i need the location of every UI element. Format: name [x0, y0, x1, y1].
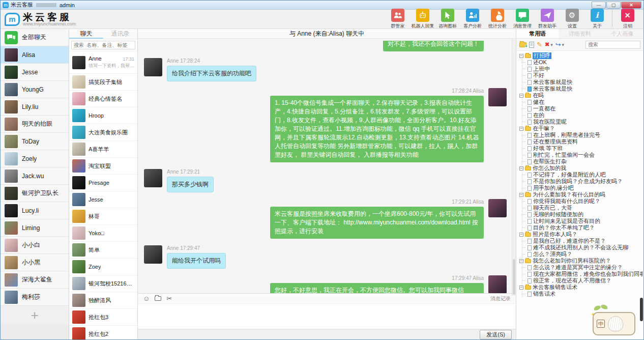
phrase-item[interactable]: 难不成我还找用别人的？不会这么无聊 [522, 244, 642, 251]
tab-profile[interactable]: 个人画像 [601, 29, 643, 38]
phrase-folder[interactable]: −打招呼 [519, 52, 642, 59]
toolbar-button-robot[interactable]: 机器人回复 [411, 9, 434, 30]
caret-down-icon[interactable]: ▾ [562, 42, 565, 47]
tab-chats[interactable]: 聊天 [69, 29, 103, 39]
message-input[interactable] [138, 304, 516, 327]
tab-details[interactable]: 详细资料 [559, 29, 601, 38]
phrase-item[interactable]: 在的 [522, 112, 642, 119]
phrase-item[interactable]: 不好 [522, 72, 642, 79]
contact-item[interactable]: 梅利莎 [1, 289, 69, 306]
phrase-item[interactable]: 健在 [522, 99, 642, 105]
send-button[interactable]: 发送(S) [480, 330, 512, 339]
message-history-link[interactable]: 消息记录 [490, 295, 511, 302]
phrase-folder[interactable]: −我怎么老加到你们男科医院的？ [519, 258, 642, 264]
phrase-item[interactable]: 无聊的时候随便加的 [522, 211, 642, 218]
contact-item[interactable]: Lily.liu [1, 98, 69, 116]
emoji-icon[interactable]: ☺ [143, 295, 150, 303]
list-item[interactable]: Yoko□ [69, 225, 137, 242]
toolbar-button-chat-bubble[interactable]: 消息管理 [510, 9, 534, 30]
close-button[interactable]: ✕ [621, 2, 641, 9]
list-item[interactable]: 林哥 [69, 208, 137, 225]
phrase-item[interactable]: 目的？你太不单纯了吧？ [522, 224, 642, 231]
toolbar-button-paper-plane[interactable]: 群发助手 [535, 9, 559, 30]
toolbar-button-info[interactable]: i关于 [585, 9, 609, 30]
contact-item[interactable]: Jesse [1, 64, 69, 81]
phrase-folder[interactable]: −米云客服销售话术 [519, 284, 642, 291]
collapse-icon[interactable]: − [519, 193, 523, 197]
minimize-button[interactable]: — [592, 2, 606, 9]
collapse-icon[interactable]: − [519, 259, 523, 263]
list-item[interactable]: Anne17:31填写一下资料，我帮你... [69, 51, 137, 74]
list-item[interactable]: 银河驾校15216689076 [69, 275, 137, 292]
toolbar-button-logout[interactable]: ✕注销 [616, 9, 639, 30]
contact-item[interactable]: ToDay [1, 133, 69, 150]
phrase-item[interactable]: 一直都在 [522, 105, 642, 112]
copy-icon[interactable] [529, 42, 534, 48]
contact-item[interactable]: Zoely [1, 150, 69, 167]
phrase-folder[interactable]: −在干嘛？ [519, 125, 642, 132]
tab-common-phrases[interactable]: 常用语 [516, 29, 559, 38]
caret-down-icon[interactable]: ▾ [550, 42, 553, 47]
phrase-item[interactable]: 聊天而已，大哥 [522, 205, 642, 211]
phrase-item[interactable]: 是我自己好，难道你的不是？ [522, 238, 642, 244]
sidebar-item-all-chats[interactable]: 全部聊天 [1, 29, 69, 46]
contact-item[interactable]: 银河护卫队长 [1, 185, 69, 202]
list-item[interactable]: 淘宝联盟 [69, 158, 137, 175]
list-item[interactable]: 大连美食娱乐圈 [69, 124, 137, 141]
contact-item[interactable]: Lucy.li [1, 202, 69, 219]
phrase-folder[interactable]: −你怎么加的我 [519, 165, 642, 172]
phrase-item[interactable]: 还OK [522, 59, 642, 66]
file-icon[interactable] [155, 296, 161, 301]
toolbar-button-group[interactable]: 群管家 [386, 9, 409, 30]
maximize-button[interactable]: ▢ [606, 2, 621, 9]
collapse-icon[interactable]: − [519, 166, 523, 171]
collapse-icon[interactable]: − [519, 54, 523, 58]
move-icon[interactable]: ↪ [555, 41, 561, 48]
add-account-button[interactable]: + [1, 306, 69, 324]
add-folder-icon[interactable]: + [519, 42, 526, 47]
phrase-item[interactable]: 在上班啊，刚帮患者挂完号 [522, 132, 642, 138]
list-item[interactable]: A喜羊羊 [69, 141, 137, 158]
phrase-item[interactable]: 怎么说？难道是冥冥中注定的缘分？ [522, 264, 642, 271]
phrase-item[interactable]: 好饿 等下班 [522, 145, 642, 152]
delete-icon[interactable]: ✖ [545, 41, 549, 48]
contact-item[interactable]: 小小白 [1, 237, 69, 254]
phrase-item[interactable]: 怎么？漂亮吗？ [522, 251, 642, 258]
phrase-item[interactable]: 你觉得我能有什么目的呢？ [522, 198, 642, 205]
screenshot-scissors-icon[interactable]: ✂ [166, 295, 172, 303]
edit-icon[interactable]: ✎ [537, 41, 542, 48]
collapse-icon[interactable]: − [519, 286, 523, 290]
contact-item[interactable]: 小小黑 [1, 254, 69, 271]
toolbar-button-pie-chart[interactable]: 统计分析 [485, 9, 509, 30]
phrase-folder[interactable]: −在吗 [519, 92, 642, 99]
toolbar-button-cursor[interactable]: 咨询图标 [435, 9, 459, 30]
phrase-item[interactable]: 不记得了，好像是附近的人吧 [522, 172, 642, 178]
phrase-item[interactable]: 让时间来见证我是否有目的 [522, 218, 642, 224]
list-item[interactable]: Zoey [69, 259, 137, 275]
toolbar-button-gear[interactable]: ⚙设置 [560, 9, 584, 30]
chat-scrollbar[interactable] [512, 39, 516, 296]
list-item[interactable]: 抢红包3 [69, 309, 137, 326]
list-item[interactable]: Presage [69, 175, 137, 191]
contact-item[interactable]: 明天的抬眼 [1, 116, 69, 133]
phrase-item[interactable]: 米云客服就是快 [522, 86, 642, 92]
contact-item[interactable]: YoungG [1, 81, 69, 98]
contact-item[interactable]: 深海大鲨鱼 [1, 271, 69, 289]
collapse-icon[interactable]: − [519, 94, 523, 98]
tab-contacts[interactable]: 通讯录 [103, 29, 137, 39]
list-item[interactable]: 简单 [69, 242, 137, 259]
toolbar-button-person-chart[interactable]: 客户分析 [460, 9, 484, 30]
contact-item[interactable]: Liming [1, 219, 69, 237]
contact-item[interactable]: Jack.wu [1, 167, 69, 185]
phrase-item[interactable]: 用手加的,缘分吧 [522, 185, 642, 191]
phrase-item[interactable]: 我在医院里呢 [522, 119, 642, 125]
phrase-search-input[interactable] [586, 41, 640, 49]
phrase-item[interactable]: 很正常，现在还有人不用微信？ [522, 277, 642, 284]
phrase-item[interactable]: 销售话术 [522, 291, 642, 297]
right-scrollbar-thumb[interactable] [640, 298, 643, 321]
collapse-icon[interactable]: − [519, 233, 523, 237]
collapse-icon[interactable]: − [519, 127, 523, 131]
list-item[interactable]: 抢红包2 [69, 326, 137, 339]
phrase-folder[interactable]: −为什么要加我？有什么目的吗 [519, 191, 642, 198]
phrase-item[interactable]: 在帮医生打杂 [522, 158, 642, 165]
